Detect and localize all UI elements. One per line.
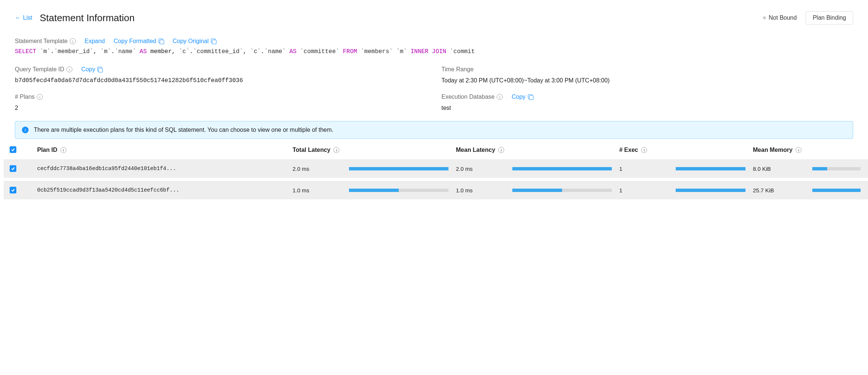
query-template-id-value: b7d05fecd4fa0da67d7dcafdcd0d0a431f550c51…: [15, 77, 427, 84]
status-dot-icon: [763, 16, 766, 19]
mean-memory-value: 25.7 KiB: [749, 179, 809, 199]
mean-memory-bar: [812, 189, 861, 192]
copy-execution-database-link[interactable]: Copy: [512, 94, 533, 100]
execution-database-field: Execution Database i Copy test: [441, 94, 853, 111]
plans-value: 2: [15, 105, 427, 111]
alert-text: There are multiple execution plans for t…: [34, 127, 333, 133]
copy-icon: [159, 39, 164, 44]
table-header-row: Plan ID i Total Latency i Mean Latency i…: [4, 140, 868, 159]
time-range-value: Today at 2:30 PM (UTC+08:00)~Today at 3:…: [441, 77, 853, 84]
info-icon[interactable]: i: [498, 147, 504, 153]
row-checkbox[interactable]: [10, 165, 16, 172]
plans-table: Plan ID i Total Latency i Mean Latency i…: [4, 140, 868, 199]
back-link[interactable]: ← List: [15, 14, 32, 21]
info-icon[interactable]: i: [66, 66, 72, 72]
copy-formatted-link[interactable]: Copy Formatted: [114, 38, 164, 45]
mean-latency-value: 1.0 ms: [452, 179, 509, 199]
info-icon: i: [22, 127, 29, 133]
info-icon[interactable]: i: [70, 38, 76, 44]
multi-plan-alert: i There are multiple execution plans for…: [15, 121, 853, 139]
execution-database-label: Execution Database i: [441, 94, 503, 100]
table-row[interactable]: cecfddc7738a4ba16edb1ca95fd2440e101eb1f4…: [4, 159, 868, 179]
meta-grid: Query Template ID i Copy b7d05fecd4fa0da…: [15, 66, 853, 111]
total-latency-bar: [349, 189, 448, 192]
mean-latency-bar: [512, 167, 612, 170]
plans-table-wrap: Plan ID i Total Latency i Mean Latency i…: [4, 140, 868, 199]
mean-memory-value: 8.0 KiB: [749, 159, 809, 179]
time-range-field: Time Range Today at 2:30 PM (UTC+08:00)~…: [441, 66, 853, 84]
exec-bar: [676, 167, 745, 170]
info-icon[interactable]: i: [333, 147, 339, 153]
statement-sql: SELECT `m`.`member_id`, `m`.`name` AS me…: [15, 48, 853, 55]
copy-original-link[interactable]: Copy Original: [173, 38, 216, 45]
total-latency-value: 1.0 ms: [289, 179, 345, 199]
col-plan-id[interactable]: Plan ID i: [33, 140, 289, 159]
copy-icon: [211, 39, 216, 44]
info-icon[interactable]: i: [796, 147, 802, 153]
info-icon[interactable]: i: [61, 147, 66, 153]
select-all-checkbox[interactable]: [10, 146, 16, 153]
execution-database-value: test: [441, 105, 853, 111]
mean-latency-value: 2.0 ms: [452, 159, 509, 179]
col-exec[interactable]: # Exec i: [616, 140, 749, 159]
info-icon[interactable]: i: [497, 94, 503, 100]
header-right: Not Bound Plan Binding: [763, 11, 853, 25]
exec-value: 1: [616, 159, 672, 179]
info-icon[interactable]: i: [37, 94, 43, 100]
col-mean-latency[interactable]: Mean Latency i: [452, 140, 616, 159]
mean-memory-bar: [812, 167, 861, 170]
statement-template-label: Statement Template i: [15, 38, 76, 45]
total-latency-bar: [349, 167, 448, 170]
status-text: Not Bound: [769, 14, 797, 21]
page-title: Statement Information: [40, 12, 135, 24]
arrow-left-icon: ←: [15, 14, 21, 21]
time-range-label: Time Range: [441, 66, 474, 73]
plans-field: # Plans i 2: [15, 94, 427, 111]
query-template-id-label: Query Template ID i: [15, 66, 72, 73]
plan-id-cell: cecfddc7738a4ba16edb1ca95fd2440e101eb1f4…: [37, 166, 189, 172]
copy-query-template-id-link[interactable]: Copy: [81, 66, 102, 73]
expand-link[interactable]: Expand: [85, 38, 105, 45]
exec-value: 1: [616, 179, 672, 199]
plan-binding-button[interactable]: Plan Binding: [806, 11, 853, 25]
copy-icon: [528, 94, 533, 100]
statement-template-toolbar: Statement Template i Expand Copy Formatt…: [15, 38, 853, 45]
query-template-id-field: Query Template ID i Copy b7d05fecd4fa0da…: [15, 66, 427, 84]
exec-bar: [676, 189, 745, 192]
plan-id-cell: 0cb25f519ccad9d3f13aa5420cd4d5c11eefcc6b…: [37, 187, 189, 193]
row-checkbox[interactable]: [10, 187, 16, 193]
col-mean-memory[interactable]: Mean Memory i: [749, 140, 868, 159]
plans-label: # Plans i: [15, 94, 43, 100]
back-label: List: [23, 14, 32, 21]
header-row: ← List Statement Information Not Bound P…: [15, 11, 853, 25]
binding-status: Not Bound: [763, 14, 797, 21]
info-icon[interactable]: i: [641, 147, 647, 153]
mean-latency-bar: [512, 189, 612, 192]
table-row[interactable]: 0cb25f519ccad9d3f13aa5420cd4d5c11eefcc6b…: [4, 179, 868, 199]
col-total-latency[interactable]: Total Latency i: [289, 140, 452, 159]
copy-icon: [97, 67, 102, 72]
total-latency-value: 2.0 ms: [289, 159, 345, 179]
